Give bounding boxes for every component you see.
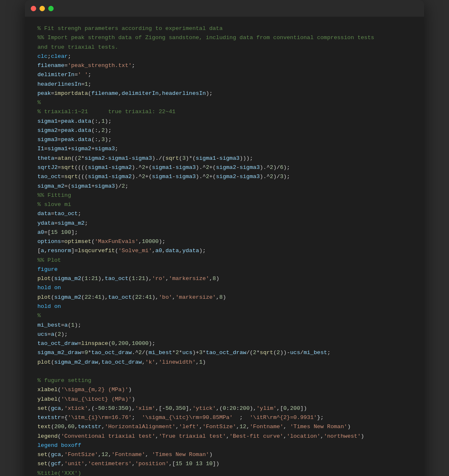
code-line: % fugure setting	[37, 376, 412, 385]
code-line: tao_oct_draw=linspace(0,200,10000);	[37, 339, 412, 348]
code-line: %% Fitting	[37, 191, 412, 200]
code-line: I1=sigma1+sigma2+sigma3;	[37, 144, 412, 154]
code-line: text(200,60,textstr,'HorizontalAlignment…	[37, 422, 412, 431]
code-line: theta=atan((2*sigma2-sigma1-sigma3)./(sq…	[37, 154, 412, 163]
code-line: mi_best=a(1);	[37, 321, 412, 330]
close-button[interactable]	[31, 6, 36, 11]
code-line: sigma1=peak.data(:,1);	[37, 117, 412, 126]
titlebar	[25, 0, 424, 17]
minimize-button[interactable]	[39, 6, 45, 11]
code-line: headerlinesIn=1;	[37, 80, 412, 89]
code-line: plot(sigma_m2(1:21),tao_oct(1:21),'ro','…	[37, 274, 412, 283]
code-editor-window: % Fit strengh parameters according to ex…	[25, 0, 424, 476]
code-line: %% Import peak strength data of Zigong s…	[37, 33, 412, 42]
code-line: peak=importdata(filename,delimiterIn,hea…	[37, 89, 412, 98]
code-line: sqrtJ2=sqrt((((sigma1-sigma2).^2+(sigma1…	[37, 163, 412, 172]
code-line: %% Plot	[37, 256, 412, 265]
code-line: and true triaxial tests.	[37, 43, 412, 52]
code-line: %	[37, 311, 412, 320]
code-line: figure	[37, 265, 412, 274]
code-line: delimiterIn=' ';	[37, 70, 412, 79]
code-line: tao_oct=sqrt(((sigma1-sigma2).^2+(sigma1…	[37, 172, 412, 181]
code-line: set(gcf,'unit','centimeters','position',…	[37, 459, 412, 469]
code-line: legend boxoff	[37, 441, 412, 450]
code-line: %	[37, 98, 412, 107]
code-line: set(gca,'FontSize',12,'Fontname', 'Times…	[37, 450, 412, 459]
code-line: options=optimset('MaxFunEvals',10000);	[37, 237, 412, 246]
code-line: %title('XXX')	[37, 469, 412, 476]
code-line: legend('Conventional triaxial test','Tru…	[37, 432, 412, 441]
code-line: set(gca,'xtick',(-50:50:350),'xlim',[-50…	[37, 404, 412, 413]
code-line: sigma_m2_draw=9*tao_oct_draw.^2/(mi_best…	[37, 348, 412, 357]
code-line: plot(sigma_m2_draw,tao_oct_draw,'k','lin…	[37, 358, 412, 367]
code-line: a0=[15 100];	[37, 228, 412, 237]
code-line: filename='peak_strength.txt';	[37, 61, 412, 70]
code-line: sigma_m2=(sigma1+sigma3)/2;	[37, 182, 412, 191]
code-line: hold on	[37, 283, 412, 293]
code-line: ydata=sigma_m2;	[37, 219, 412, 228]
code-line: plot(sigma_m2(22:41),tao_oct(22:41),'bo'…	[37, 293, 412, 302]
code-line: ucs=a(2);	[37, 330, 412, 339]
code-line	[37, 367, 412, 376]
code-content: % Fit strengh parameters according to ex…	[25, 17, 424, 476]
code-line: sigma3=peak.data(:,3);	[37, 135, 412, 144]
code-line: [a,resnorm]=lsqcurvefit('Solve_mi',a0,da…	[37, 246, 412, 255]
maximize-button[interactable]	[48, 6, 54, 11]
code-line: sigma2=peak.data(:,2);	[37, 126, 412, 135]
code-line: ylabel('\tau_{\itoct} (MPa)')	[37, 395, 412, 404]
code-line: xlabel('\sigma_{m,2} (MPa)')	[37, 385, 412, 394]
code-line: clc;clear;	[37, 52, 412, 61]
code-line: hold on	[37, 302, 412, 311]
code-line: % slove mi	[37, 200, 412, 209]
code-line: % Fit strengh parameters according to ex…	[37, 24, 412, 33]
code-line: % triaxial:1~21 true triaxial: 22~41	[37, 107, 412, 117]
code-line: textstr={'\itm_{i}\rm=16.76'; '\sigma_{\…	[37, 413, 412, 422]
code-line: data=tao_oct;	[37, 209, 412, 218]
